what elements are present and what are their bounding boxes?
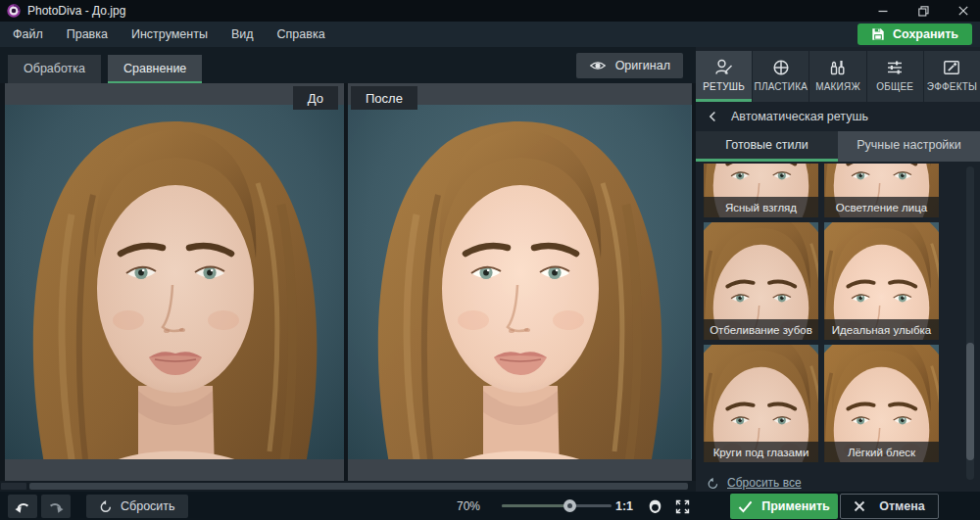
- apply-button[interactable]: Применить: [730, 494, 838, 519]
- preset-light-shine[interactable]: Лёгкий блеск: [824, 345, 939, 462]
- restore-icon: [918, 6, 929, 17]
- preset-clear-gaze[interactable]: Ясный взгляд: [704, 164, 818, 217]
- before-photo: [5, 105, 344, 459]
- menu-edit[interactable]: Правка: [67, 27, 108, 41]
- reset-icon: [99, 499, 113, 513]
- vertical-scrollbar-thumb[interactable]: [966, 343, 974, 460]
- menu-tools[interactable]: Инструменты: [131, 27, 208, 41]
- undo-button[interactable]: [8, 495, 37, 518]
- horizontal-scrollbar-button[interactable]: [1, 483, 26, 490]
- view-tabs-row: Обработка Сравнение Оригинал: [0, 47, 696, 83]
- preset-label: Лёгкий блеск: [824, 442, 939, 462]
- after-panel: После: [348, 83, 692, 481]
- preset-label: Идеальная улыбка: [824, 319, 939, 340]
- tab-effects[interactable]: ЭФФЕКТЫ: [924, 51, 980, 102]
- after-photo: [348, 105, 692, 459]
- preset-grid: Ясный взгляд Осветление лица Отбеливание…: [704, 164, 939, 467]
- reset-icon: [707, 477, 719, 490]
- tab-retouch-label: РЕТУШЬ: [703, 81, 745, 92]
- tab-makeup[interactable]: МАКИЯЖ: [809, 51, 865, 102]
- zoom-slider-fill: [502, 504, 569, 507]
- preset-label: Осветление лица: [824, 197, 939, 217]
- x-icon: [854, 500, 865, 512]
- plastic-icon: [771, 58, 791, 77]
- breadcrumb: Автоматическая ретушь: [731, 110, 868, 123]
- fullscreen-button[interactable]: [670, 495, 694, 518]
- close-button[interactable]: [947, 0, 980, 22]
- maximize-button[interactable]: [906, 0, 940, 22]
- subtab-ready-styles[interactable]: Готовые стили: [696, 131, 838, 162]
- preset-label: Отбеливание зубов: [704, 319, 818, 340]
- before-panel: До: [5, 83, 344, 481]
- titlebar: PhotoDiva - До.jpg: [0, 0, 980, 22]
- after-label-chip: После: [351, 86, 417, 110]
- before-label-chip: До: [293, 86, 338, 110]
- reset-all-label: Сбросить все: [727, 476, 802, 490]
- tab-general[interactable]: ОБЩЕЕ: [867, 51, 923, 102]
- redo-button[interactable]: [41, 495, 71, 518]
- tab-retouch[interactable]: РЕТУШЬ: [696, 51, 752, 102]
- preset-label: Ясный взгляд: [704, 197, 818, 217]
- effects-icon: [942, 58, 961, 77]
- expand-icon: [674, 498, 691, 515]
- style-subtabs: Готовые стили Ручные настройки: [696, 131, 980, 162]
- save-button-label: Сохранить: [893, 27, 958, 41]
- subtab-manual-settings[interactable]: Ручные настройки: [838, 131, 980, 162]
- breadcrumb-row: Автоматическая ретушь: [696, 102, 980, 131]
- zoom-percentage: 70%: [435, 492, 480, 520]
- tab-effects-label: ЭФФЕКТЫ: [927, 81, 977, 92]
- retouch-icon: [714, 58, 734, 77]
- window-title: PhotoDiva - До.jpg: [27, 4, 125, 18]
- check-icon: [738, 500, 753, 513]
- menu-help[interactable]: Справка: [277, 27, 325, 41]
- menu-file[interactable]: Файл: [13, 27, 43, 41]
- preset-teeth-whitening[interactable]: Отбеливание зубов: [704, 222, 818, 340]
- editor-area: Обработка Сравнение Оригинал До: [0, 47, 696, 492]
- panel-tabs: РЕТУШЬ ПЛАСТИКА: [696, 51, 980, 102]
- menubar: Файл Правка Инструменты Вид Справка Сохр…: [0, 22, 980, 47]
- tab-general-label: ОБЩЕЕ: [876, 81, 913, 92]
- minimize-icon: [878, 6, 888, 16]
- after-panel-footer: [348, 459, 692, 481]
- undo-icon: [14, 497, 31, 515]
- original-toggle-label: Оригинал: [615, 59, 670, 72]
- retouch-panel: РЕТУШЬ ПЛАСТИКА: [696, 47, 980, 492]
- save-button[interactable]: Сохранить: [858, 24, 972, 45]
- horizontal-scrollbar[interactable]: [0, 481, 696, 492]
- actual-size-button[interactable]: 1:1: [612, 492, 637, 520]
- tab-plastic[interactable]: ПЛАСТИКА: [753, 51, 808, 102]
- save-icon: [871, 27, 885, 41]
- comparison-canvas: До После: [0, 83, 696, 492]
- preset-under-eye-circles[interactable]: Круги под глазами: [704, 345, 818, 462]
- fit-to-face-button[interactable]: [643, 495, 666, 518]
- app-logo-icon: [7, 4, 21, 18]
- app-window: PhotoDiva - До.jpg Файл Правка Инструмен…: [0, 0, 980, 520]
- before-panel-footer: [5, 459, 344, 481]
- tab-plastic-label: ПЛАСТИКА: [755, 81, 808, 92]
- makeup-icon: [828, 58, 848, 77]
- preset-face-brightening[interactable]: Осветление лица: [824, 164, 939, 217]
- tab-processing[interactable]: Обработка: [8, 55, 101, 83]
- cancel-button[interactable]: Отмена: [840, 494, 939, 519]
- close-icon: [958, 6, 968, 16]
- zoom-slider-thumb[interactable]: [564, 499, 576, 512]
- reset-all-link[interactable]: Сбросить все: [707, 476, 980, 490]
- minimize-button[interactable]: [866, 0, 900, 22]
- preset-perfect-smile[interactable]: Идеальная улыбка: [824, 222, 939, 340]
- zoom-slider[interactable]: [502, 504, 612, 507]
- sliders-icon: [885, 58, 905, 77]
- menu-view[interactable]: Вид: [231, 27, 254, 41]
- bottom-toolbar: Сбросить 70% 1:1 Применит: [0, 492, 980, 520]
- reset-button[interactable]: Сбросить: [86, 495, 188, 518]
- horizontal-scrollbar-thumb[interactable]: [29, 483, 688, 490]
- preset-label: Круги под глазами: [704, 442, 818, 462]
- tab-makeup-label: МАКИЯЖ: [815, 81, 860, 92]
- eye-icon: [589, 60, 607, 71]
- reset-button-label: Сбросить: [121, 499, 175, 513]
- face-icon: [647, 498, 663, 515]
- apply-button-label: Применить: [761, 499, 830, 513]
- tab-comparison[interactable]: Сравнение: [108, 55, 202, 83]
- original-toggle-button[interactable]: Оригинал: [576, 53, 683, 78]
- back-button chevron-left-icon[interactable]: [707, 110, 720, 123]
- cancel-button-label: Отмена: [879, 499, 925, 513]
